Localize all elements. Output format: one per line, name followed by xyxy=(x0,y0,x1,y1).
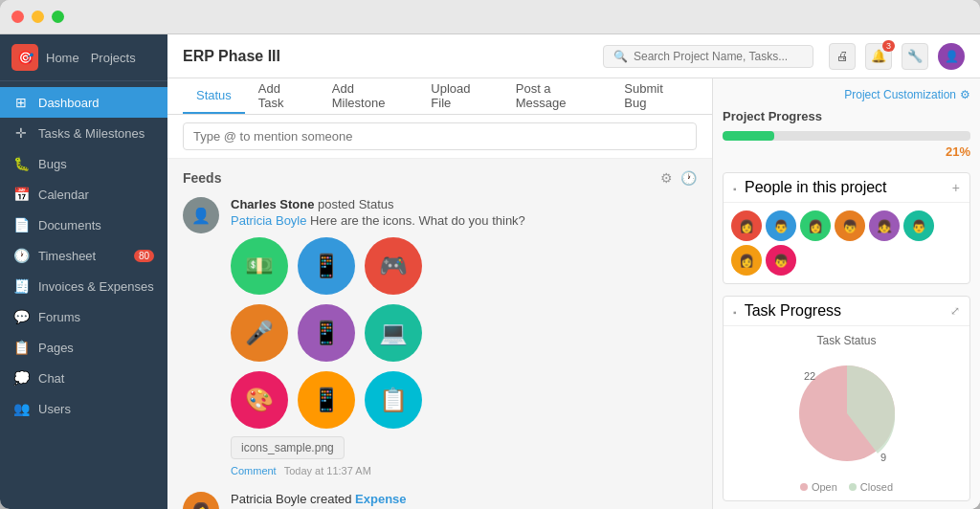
project-progress-section: Project Progress 21% xyxy=(723,109,970,159)
svg-text:9: 9 xyxy=(880,452,886,463)
feed-author-1: Charles Stone posted Status xyxy=(231,197,697,211)
sidebar-item-dashboard[interactable]: ⊞ Dashboard xyxy=(0,87,167,118)
sidebar-item-calendar[interactable]: 📅 Calendar xyxy=(0,179,167,210)
project-progress-title: Project Progress xyxy=(723,109,970,123)
titlebar xyxy=(0,0,980,34)
sidebar-item-bugs[interactable]: 🐛 Bugs xyxy=(0,148,167,179)
app-logo-icon: 🎯 xyxy=(11,44,38,71)
page-title: ERP Phase III xyxy=(183,48,588,65)
feeds-actions: ⚙ 🕐 xyxy=(660,170,697,186)
feeds-settings-icon[interactable]: ⚙ xyxy=(660,170,673,186)
task-progress-section: ▪ Task Progress ⤢ Task Status xyxy=(723,296,970,501)
header-actions: 🖨 🔔 3 🔧 👤 xyxy=(829,43,965,70)
feed-mention: Patricia Boyle xyxy=(231,213,306,228)
customization-link[interactable]: Project Customization ⚙ xyxy=(723,88,970,101)
main-content: ERP Phase III 🔍 🖨 🔔 3 🔧 👤 xyxy=(167,34,980,509)
print-button[interactable]: 🖨 xyxy=(829,43,856,70)
chart-label-open: Open xyxy=(800,481,837,493)
progress-bar-fill xyxy=(723,131,774,141)
expense-link[interactable]: Expense xyxy=(355,492,406,506)
person-avatar: 👩 xyxy=(731,210,762,241)
add-person-icon[interactable]: + xyxy=(952,180,960,195)
open-label: Open xyxy=(812,481,837,493)
sidebar-label-invoices: Invoices & Expenses xyxy=(38,279,154,294)
collapse-icon: ▪ xyxy=(733,184,737,194)
sidebar-label-pages: Pages xyxy=(38,341,74,355)
feed-timestamp: Today at 11:37 AM xyxy=(284,465,371,476)
icon-circle: 📱 xyxy=(298,237,355,295)
comment-link[interactable]: Comment xyxy=(231,465,277,476)
sidebar-item-invoices[interactable]: 🧾 Invoices & Expenses xyxy=(0,271,167,301)
svg-text:22: 22 xyxy=(804,370,815,382)
icon-circle: 📱 xyxy=(298,371,355,429)
mention-input[interactable] xyxy=(183,122,697,150)
person-avatar: 👨 xyxy=(903,210,934,241)
tab-status[interactable]: Status xyxy=(183,78,245,114)
sidebar: 🎯 Home Projects ⊞ Dashboard ✛ Tasks & Mi… xyxy=(0,34,167,509)
minimize-button[interactable] xyxy=(32,11,44,23)
bugs-icon: 🐛 xyxy=(13,156,29,171)
close-button[interactable] xyxy=(11,11,24,23)
notification-button[interactable]: 🔔 3 xyxy=(865,43,892,70)
sidebar-item-users[interactable]: 👥 Users xyxy=(0,393,167,424)
dashboard-icon: ⊞ xyxy=(13,95,29,110)
sidebar-item-forums[interactable]: 💬 Forums xyxy=(0,301,167,332)
sidebar-label-forums: Forums xyxy=(38,310,80,324)
nav-projects[interactable]: Projects xyxy=(91,51,136,65)
pages-icon: 📋 xyxy=(13,340,29,355)
sidebar-item-pages[interactable]: 📋 Pages xyxy=(0,332,167,363)
chat-icon: 💭 xyxy=(13,370,29,386)
sidebar-label-timesheet: Timesheet xyxy=(38,249,96,263)
tasks-icon: ✛ xyxy=(13,125,29,141)
icon-sample-label: icons_sample.png xyxy=(231,436,345,459)
people-header-title: ▪ People in this project xyxy=(733,179,887,196)
feed-item-1: 👤 Charles Stone posted Status Patricia B… xyxy=(183,197,697,476)
chart-title: Task Status xyxy=(731,334,962,347)
people-section: ▪ People in this project + 👩👨👩👦👧👨👩👦 xyxy=(723,172,970,284)
collapse-task-icon: ▪ xyxy=(733,307,737,318)
documents-icon: 📄 xyxy=(13,217,29,232)
feed-avatar-patricia: 👩 xyxy=(183,492,219,509)
closed-dot xyxy=(849,483,857,491)
open-dot xyxy=(800,483,808,491)
person-avatar: 👦 xyxy=(835,210,865,241)
timesheet-badge: 80 xyxy=(134,250,154,262)
icon-circle: 🎨 xyxy=(231,371,288,429)
feeds-time-icon[interactable]: 🕐 xyxy=(680,170,697,186)
user-avatar[interactable]: 👤 xyxy=(938,43,965,70)
sidebar-item-tasks[interactable]: ✛ Tasks & Milestones xyxy=(0,118,167,148)
person-avatar: 👧 xyxy=(869,210,900,241)
sidebar-label-users: Users xyxy=(38,402,71,416)
expense-title: Patricia Boyle created Expense xyxy=(231,492,697,506)
center-panel: Status Add Task Add Milestone Upload Fil… xyxy=(167,78,712,509)
sidebar-item-timesheet[interactable]: 🕐 Timesheet 80 xyxy=(0,240,167,271)
settings-button[interactable]: 🔧 xyxy=(902,43,928,70)
forums-icon: 💬 xyxy=(13,309,29,324)
icon-circle: 📋 xyxy=(365,371,422,429)
search-bar: 🔍 xyxy=(603,45,813,68)
sidebar-item-chat[interactable]: 💭 Chat xyxy=(0,363,167,393)
feeds-header: Feeds ⚙ 🕐 xyxy=(183,170,697,186)
chart-labels: Open Closed xyxy=(731,481,962,493)
feeds-title: Feeds xyxy=(183,170,221,186)
sidebar-menu: ⊞ Dashboard ✛ Tasks & Milestones 🐛 Bugs … xyxy=(0,81,167,509)
feed-body-text: Here are the icons. What do you think? xyxy=(310,213,525,228)
feed-text-1: Patricia Boyle Here are the icons. What … xyxy=(231,213,697,228)
mention-bar xyxy=(167,115,712,159)
search-input[interactable] xyxy=(634,50,803,63)
sidebar-item-documents[interactable]: 📄 Documents xyxy=(0,210,167,240)
chart-area: Task Status 22 9 xyxy=(724,326,969,500)
nav-home[interactable]: Home xyxy=(46,51,79,65)
icon-circle: 📱 xyxy=(298,304,355,362)
icon-grid: 💵📱🎮🎤📱💻🎨📱📋 xyxy=(231,237,697,429)
expand-task-icon[interactable]: ⤢ xyxy=(950,304,960,318)
person-avatar: 👩 xyxy=(800,210,831,241)
header: ERP Phase III 🔍 🖨 🔔 3 🔧 👤 xyxy=(167,34,980,78)
task-progress-header: ▪ Task Progress ⤢ xyxy=(724,297,969,326)
sidebar-label-documents: Documents xyxy=(38,218,101,232)
feed-content-1: Charles Stone posted Status Patricia Boy… xyxy=(231,197,697,476)
right-panel: Project Customization ⚙ Project Progress… xyxy=(712,78,980,509)
sidebar-label-calendar: Calendar xyxy=(38,188,89,202)
maximize-button[interactable] xyxy=(52,11,64,23)
closed-label: Closed xyxy=(860,481,893,493)
